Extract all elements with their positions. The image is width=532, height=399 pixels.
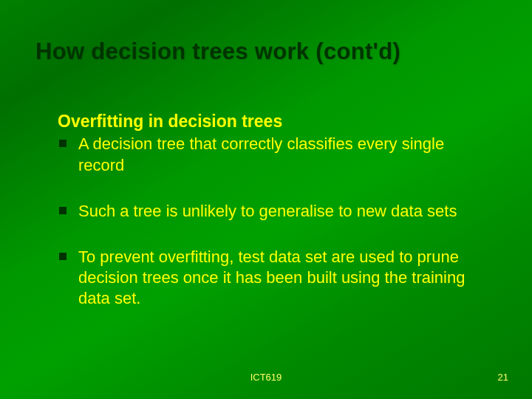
footer-course-code: ICT619	[0, 372, 532, 383]
slide-title: How decision trees work (cont'd)	[35, 38, 400, 65]
slide: How decision trees work (cont'd) Overfit…	[0, 0, 532, 399]
bullet-item: A decision tree that correctly classifie…	[58, 134, 486, 175]
slide-body: Overfitting in decision trees A decision…	[58, 111, 486, 309]
bullet-item: Such a tree is unlikely to generalise to…	[58, 201, 486, 222]
footer-page-number: 21	[498, 372, 508, 383]
bullet-item: To prevent overfitting, test data set ar…	[58, 247, 486, 309]
body-subheading: Overfitting in decision trees	[58, 111, 486, 132]
